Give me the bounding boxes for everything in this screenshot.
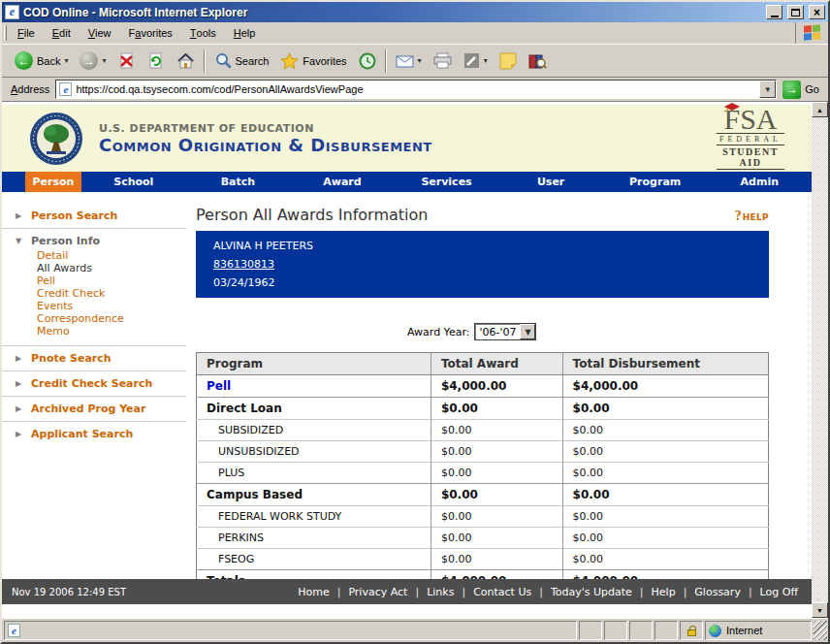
sidebar-item-applicant-search[interactable]: ▶Applicant Search [2,428,186,440]
stop-button[interactable] [112,48,142,75]
sidebar-section-archived-prog-year: ▶Archived Prog Year [2,396,186,421]
sidebar-subitem-correspondence[interactable]: Correspondence [37,312,186,325]
tab-admin[interactable]: Admin [707,172,812,192]
back-button[interactable]: ← Back ▾ [9,48,74,75]
forward-dropdown-icon[interactable]: ▾ [102,56,106,65]
menu-help[interactable]: Help [225,22,265,44]
footer-link-home[interactable]: Home [298,586,329,598]
maximize-button[interactable] [787,5,804,19]
triangle-right-icon: ▶ [16,430,24,438]
close-button[interactable]: × [809,5,825,19]
triangle-right-icon: ▶ [16,379,24,388]
address-dropdown-button[interactable]: ▼ [759,80,776,98]
tab-user[interactable]: User [498,172,603,192]
menu-edit[interactable]: Edit [44,22,80,44]
status-bar: e Internet [2,618,828,642]
footer-link-glossary[interactable]: Glossary [694,586,741,598]
award-year-dropdown-button[interactable]: ▼ [520,324,535,339]
sidebar-subitem-memo[interactable]: Memo [37,325,186,338]
menu-favorites[interactable]: Favorites [120,22,181,44]
total-disbursement-cell: $0.00 [562,463,768,484]
sidebar-item-person-search[interactable]: ▶Person Search [2,209,186,222]
menu-tools[interactable]: Tools [181,22,225,44]
fsa-federal: FEDERAL [717,135,784,144]
sidebar-item-credit-check-search[interactable]: ▶Credit Check Search [2,377,186,390]
total-award-cell: $0.00 [431,549,562,570]
awards-table: ProgramTotal AwardTotal Disbursement Pel… [196,352,769,593]
scrollbar-track[interactable] [812,117,828,602]
fsa-rule [717,145,784,145]
sidebar-item-label: Applicant Search [31,428,133,440]
program-cell: Campus Based [197,484,431,506]
main-nav: PersonSchoolBatchAwardServicesUserProgra… [2,172,812,192]
favorites-button[interactable]: Favorites [274,48,352,75]
address-input[interactable]: e https://cod.qa.tsysecom.com/cod/Person… [55,80,777,99]
sidebar-item-pnote-search[interactable]: ▶Pnote Search [2,352,186,365]
edit-button[interactable]: ▾ [458,48,494,75]
footer-link-links[interactable]: Links [427,586,454,598]
award-year-value: '06-'07 [475,326,520,338]
resize-grip[interactable] [814,621,827,640]
program-cell: FSEOG [197,549,431,570]
footer-link-help[interactable]: Help [652,586,676,598]
footer-link-log-off[interactable]: Log Off [760,586,798,598]
person-id-link[interactable]: 836130813 [213,258,274,271]
person-dob: 03/24/1962 [213,274,769,292]
menu-bar: FileEditViewFavoritesToolsHelp [2,22,828,45]
total-disbursement-cell: $0.00 [562,420,768,441]
mail-dropdown-icon[interactable]: ▾ [418,56,422,65]
minimize-button[interactable] [766,5,782,19]
menu-view[interactable]: View [80,22,120,44]
sidebar-item-archived-prog-year[interactable]: ▶Archived Prog Year [2,402,186,415]
total-award-cell: $0.00 [431,528,562,549]
tab-award[interactable]: Award [290,172,395,192]
refresh-button[interactable] [142,48,171,75]
sidebar-sublist: DetailAll AwardsPellCredit CheckEventsCo… [2,247,186,339]
mail-button[interactable]: ▾ [390,48,428,75]
go-button[interactable]: → [782,80,801,99]
help-link[interactable]: ? HELP [735,209,769,224]
pell-program-link[interactable]: Pell [207,379,231,393]
address-url[interactable]: https://cod.qa.tsysecom.com/cod/PersonAl… [72,83,759,95]
menu-drag-handle[interactable] [4,25,7,41]
total-award-cell: $0.00 [431,398,562,420]
home-button[interactable] [171,48,201,75]
notes-button[interactable] [494,48,523,75]
award-year-select[interactable]: '06-'07 ▼ [474,323,536,340]
sidebar-section-pnote-search: ▶Pnote Search [2,345,186,370]
sidebar-subitem-all-awards[interactable]: All Awards [37,262,186,274]
forward-button[interactable]: → ▾ [74,48,112,75]
print-button[interactable] [428,48,458,75]
sidebar-subitem-events[interactable]: Events [37,300,186,312]
search-button[interactable]: Search [208,48,275,75]
footer-link-contact-us[interactable]: Contact Us [473,586,531,598]
tab-person[interactable]: Person [25,172,81,192]
tab-services[interactable]: Services [395,172,499,192]
program-cell: UNSUBSIDIZED [197,441,431,463]
vertical-scrollbar[interactable]: ▲ ▼ [812,102,828,618]
tab-program[interactable]: Program [603,172,708,192]
sidebar-subitem-detail[interactable]: Detail [37,249,186,262]
scroll-up-button[interactable]: ▲ [812,102,828,117]
menu-file[interactable]: File [9,22,44,44]
dept-name: U.S. DEPARTMENT OF EDUCATION [99,122,717,135]
page-icon: e [59,82,72,96]
history-button[interactable] [353,48,382,75]
total-award-cell: $0.00 [431,484,562,506]
sidebar-subitem-pell[interactable]: Pell [37,274,186,287]
footer-link-today-s-update[interactable]: Today's Update [551,586,632,598]
scroll-down-button[interactable]: ▼ [812,602,828,618]
back-icon: ← [15,51,33,70]
tab-batch[interactable]: Batch [186,172,291,192]
title-bar: e COD Online - Microsoft Internet Explor… [2,2,828,22]
sidebar-subitem-credit-check[interactable]: Credit Check [37,287,186,300]
back-dropdown-icon[interactable]: ▾ [64,56,68,65]
help-label: HELP [743,212,769,222]
sidebar-item-person-info[interactable]: ▼Person Info [2,235,186,247]
window-title: COD Online - Microsoft Internet Explorer [23,6,761,19]
footer-link-privacy-act[interactable]: Privacy Act [348,586,407,598]
research-button[interactable] [523,48,553,75]
edit-dropdown-icon[interactable]: ▾ [484,56,488,65]
table-row: Campus Based$0.00$0.00 [197,484,769,506]
tab-school[interactable]: School [81,172,186,192]
